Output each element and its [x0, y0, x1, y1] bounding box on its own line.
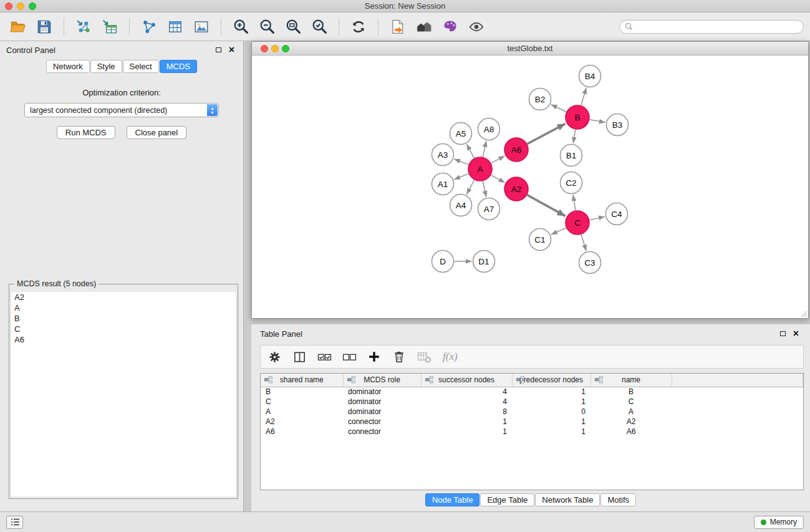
table-cell[interactable]: A2: [261, 417, 343, 427]
open-session-button[interactable]: [386, 15, 410, 39]
table-row[interactable]: Cdominator41C: [261, 397, 803, 407]
graph-edge-B-B1[interactable]: [573, 130, 576, 143]
new-table-button[interactable]: [163, 15, 187, 39]
table-cell[interactable]: dominator: [343, 407, 421, 417]
graph-node-C3[interactable]: C3: [579, 252, 601, 274]
graph-node-A[interactable]: A: [468, 157, 492, 181]
graph-node-B1[interactable]: B1: [561, 145, 582, 167]
network-window-titlebar[interactable]: testGlobe.txt: [252, 42, 808, 56]
table-cell[interactable]: A2: [591, 417, 672, 427]
resize-handle-icon[interactable]: [800, 310, 808, 317]
select-all-button[interactable]: [313, 347, 335, 367]
tab-edge-table[interactable]: Edge Table: [480, 493, 534, 506]
float-panel-icon[interactable]: [780, 331, 786, 336]
graph-edge-A-A5[interactable]: [466, 144, 474, 158]
table-cell[interactable]: 1: [421, 427, 512, 437]
home-button[interactable]: [412, 15, 436, 39]
graph-node-C1[interactable]: C1: [529, 229, 551, 251]
graph-node-A6[interactable]: A6: [504, 138, 528, 162]
table-row[interactable]: Bdominator41B: [261, 387, 803, 397]
graph-edge-C-C3[interactable]: [581, 235, 586, 251]
memory-button[interactable]: Memory: [754, 516, 804, 529]
result-list-item[interactable]: B: [11, 313, 236, 324]
new-network-button[interactable]: [137, 15, 161, 39]
graph-node-A8[interactable]: A8: [478, 118, 500, 140]
graph-node-C4[interactable]: C4: [606, 203, 628, 225]
table-row[interactable]: A6connector11A6: [261, 427, 803, 437]
result-list-item[interactable]: A6: [11, 334, 236, 345]
graph-edge-C-C4[interactable]: [590, 216, 605, 220]
tab-motifs[interactable]: Motifs: [600, 493, 636, 506]
graph-edge-C-C2[interactable]: [573, 195, 576, 210]
tab-network[interactable]: Network: [46, 60, 90, 73]
minimize-window-button[interactable]: [17, 2, 24, 10]
column-button[interactable]: [288, 347, 311, 367]
graph-edge-A-A3[interactable]: [454, 159, 468, 165]
refresh-button[interactable]: [347, 15, 370, 39]
graph-node-A7[interactable]: A7: [478, 198, 500, 220]
table-cell[interactable]: A: [261, 407, 343, 417]
graph-node-B2[interactable]: B2: [529, 89, 551, 110]
graph-node-A1[interactable]: A1: [432, 173, 454, 195]
function-builder-button[interactable]: f(x): [443, 351, 458, 363]
tab-network-table[interactable]: Network Table: [535, 493, 600, 506]
table-cell[interactable]: A: [591, 407, 672, 417]
graph-node-C[interactable]: C: [566, 211, 589, 235]
graph-edge-A-A6[interactable]: [491, 156, 505, 163]
zoom-view-button[interactable]: [282, 45, 289, 52]
panel-menu-button[interactable]: [6, 516, 23, 529]
zoom-in-button[interactable]: [229, 15, 253, 39]
style-button[interactable]: [438, 15, 462, 39]
result-list-item[interactable]: A: [11, 302, 236, 313]
graph-node-A2[interactable]: A2: [504, 177, 528, 201]
table-cell[interactable]: 4: [421, 397, 512, 407]
close-window-button[interactable]: [5, 2, 12, 10]
graph-edge-A-A1[interactable]: [454, 173, 468, 179]
table-cell[interactable]: 0: [512, 407, 591, 417]
criterion-dropdown[interactable]: largest connected component (directed) ▲…: [24, 103, 219, 117]
table-cell[interactable]: 1: [512, 417, 591, 427]
column-header[interactable]: predecessor nodes: [512, 374, 591, 387]
close-panel-icon[interactable]: ×: [229, 45, 234, 55]
import-table-button[interactable]: [98, 15, 122, 39]
graph-edge-B-B2[interactable]: [551, 105, 566, 112]
run-mcds-button[interactable]: Run MCDS: [57, 126, 115, 139]
table-row[interactable]: Adominator80A: [261, 407, 803, 417]
table-cell[interactable]: connector: [343, 417, 421, 427]
graph-edge-B-B3[interactable]: [590, 120, 605, 123]
zoom-out-button[interactable]: [255, 15, 279, 39]
close-panel-button[interactable]: Close panel: [127, 126, 187, 139]
table-cell[interactable]: connector: [343, 427, 421, 437]
network-canvas[interactable]: B4B2BB3A8A5A6A3B1AC2A1A2A4A7C4CC1C3DD1: [252, 56, 808, 318]
table-cell[interactable]: B: [591, 387, 672, 397]
float-panel-icon[interactable]: [216, 47, 221, 52]
table-cell[interactable]: 4: [421, 387, 512, 397]
graph-node-B4[interactable]: B4: [579, 65, 601, 87]
table-row[interactable]: A2connector11A2: [261, 417, 803, 427]
graph-edge-A-A2[interactable]: [491, 175, 505, 183]
add-column-button[interactable]: [363, 347, 385, 367]
table-cell[interactable]: 1: [512, 427, 591, 437]
graph-node-C2[interactable]: C2: [561, 172, 582, 194]
settings-button[interactable]: [263, 347, 286, 367]
graph-node-B3[interactable]: B3: [607, 114, 629, 136]
graph-edge-C-C1[interactable]: [551, 228, 566, 235]
deselect-all-button[interactable]: [338, 347, 360, 367]
tab-select[interactable]: Select: [123, 60, 159, 73]
import-network-button[interactable]: [72, 15, 95, 39]
column-header[interactable]: successor nodes: [421, 374, 512, 387]
column-header[interactable]: MCDS role: [343, 374, 421, 387]
result-list-item[interactable]: C: [11, 324, 236, 334]
tab-node-table[interactable]: Node Table: [425, 493, 480, 506]
graph-edge-A-A7[interactable]: [483, 181, 486, 198]
table-cell[interactable]: 8: [421, 407, 512, 417]
table-cell[interactable]: 1: [512, 397, 591, 407]
table-cell[interactable]: dominator: [343, 387, 421, 397]
table-cell[interactable]: dominator: [343, 397, 421, 407]
close-panel-icon[interactable]: ×: [793, 329, 799, 339]
open-folder-button[interactable]: [6, 15, 30, 39]
network-graph[interactable]: B4B2BB3A8A5A6A3B1AC2A1A2A4A7C4CC1C3DD1: [252, 56, 808, 318]
zoom-window-button[interactable]: [29, 2, 36, 10]
graph-edge-A-A4[interactable]: [466, 180, 474, 195]
table-cell[interactable]: C: [591, 397, 672, 407]
